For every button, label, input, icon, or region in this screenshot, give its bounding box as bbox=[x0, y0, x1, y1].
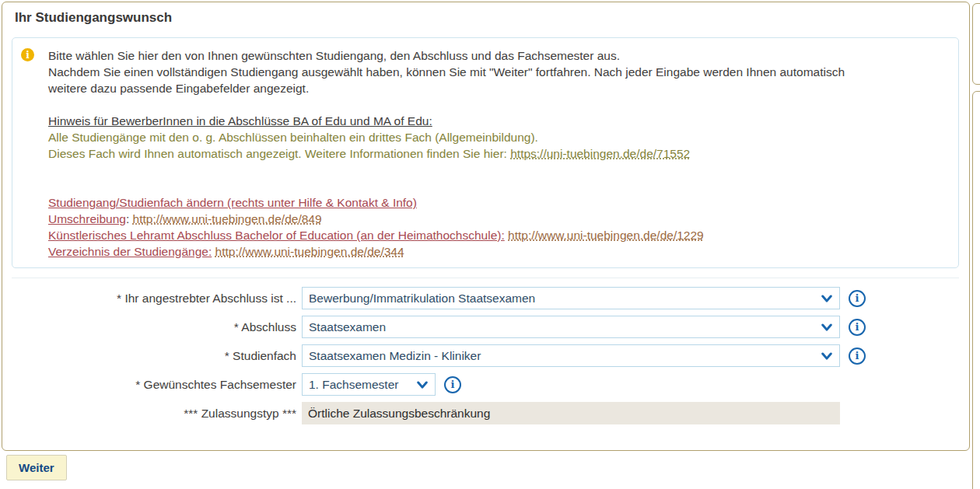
abschluss-selected-value: Staatsexamen bbox=[309, 320, 386, 334]
kuenstlerisches-lehramt-link[interactable]: Künstlerisches Lehramt Abschluss Bachelo… bbox=[48, 229, 505, 242]
abschluss-ziel-selected-value: Bewerbung/Immatrikulation Staatsexamen bbox=[309, 292, 535, 306]
umschreibung-link[interactable]: Umschreibung bbox=[48, 212, 126, 225]
hinweis-line1: Alle Studiengänge mit den o. g. Abschlüs… bbox=[48, 129, 947, 145]
link-line-change-course: Studiengang/Studienfach ändern (rechts u… bbox=[48, 194, 947, 211]
hinweis-heading: Hinweis für BewerberInnen in die Abschlü… bbox=[48, 113, 947, 129]
fachsemester-select[interactable]: 1. Fachsemester bbox=[302, 373, 436, 396]
page-title: Ihr Studiengangswunsch bbox=[15, 10, 172, 26]
verzeichnis-url-link[interactable]: http://www.uni-tuebingen.de/de/344 bbox=[215, 245, 404, 258]
fachsemester-label: * Gewünschtes Fachsemester bbox=[2, 378, 302, 392]
section-divider bbox=[12, 278, 959, 278]
zulassungstyp-value: Örtliche Zulassungsbeschränkung bbox=[308, 407, 490, 421]
abschluss-ziel-label: * Ihr angestrebter Abschluss ist ... bbox=[2, 292, 302, 306]
hinweis-line2: Dieses Fach wird Ihnen automatisch angez… bbox=[48, 145, 947, 162]
notice-paragraph: Bitte wählen Sie hier den von Ihnen gewü… bbox=[48, 47, 947, 96]
right-sidebar-fragment-top bbox=[972, 3, 980, 85]
abschluss-label: * Abschluss bbox=[2, 320, 302, 334]
link-separator: : bbox=[126, 212, 133, 225]
chevron-down-icon bbox=[821, 295, 832, 303]
study-wish-panel: Ihr Studiengangswunsch i Bitte wählen Si… bbox=[2, 2, 970, 451]
hinweis-line2-text: Dieses Fach wird Ihnen automatisch angez… bbox=[48, 147, 510, 160]
notice-content: Bitte wählen Sie hier den von Ihnen gewü… bbox=[48, 47, 947, 260]
form-row-abschluss: * Abschluss Staatsexamen i bbox=[2, 316, 969, 338]
studienfach-select[interactable]: Staatsexamen Medizin - Kliniker bbox=[302, 344, 840, 367]
links-block: Studiengang/Studienfach ändern (rechts u… bbox=[48, 194, 947, 260]
chevron-down-icon bbox=[821, 323, 832, 332]
link-line-kuenstlerisches-lehramt: Künstlerisches Lehramt Abschluss Bachelo… bbox=[48, 227, 947, 243]
zulassungstyp-readonly-field: Örtliche Zulassungsbeschränkung bbox=[302, 402, 840, 424]
form-row-abschluss-ziel: * Ihr angestrebter Abschluss ist ... Bew… bbox=[2, 287, 969, 309]
verzeichnis-link[interactable]: Verzeichnis der Studiengänge: bbox=[48, 245, 212, 258]
form-row-zulassungstyp: *** Zulassungstyp *** Örtliche Zulassung… bbox=[2, 402, 969, 424]
studienfach-label: * Studienfach bbox=[2, 349, 302, 363]
chevron-down-icon bbox=[417, 381, 428, 389]
course-selection-form: * Ihr angestrebter Abschluss ist ... Bew… bbox=[2, 287, 969, 431]
link-line-umschreibung: Umschreibung: http://www.uni-tuebingen.d… bbox=[48, 211, 947, 227]
abschluss-ziel-select[interactable]: Bewerbung/Immatrikulation Staatsexamen bbox=[302, 287, 840, 309]
abschluss-select[interactable]: Staatsexamen bbox=[302, 316, 840, 338]
info-icon[interactable]: i bbox=[849, 348, 866, 365]
kuenstlerisches-lehramt-url-link[interactable]: http://www.uni-tuebingen.de/de/1229 bbox=[508, 229, 704, 242]
change-course-link[interactable]: Studiengang/Studienfach ändern (rechts u… bbox=[48, 196, 417, 209]
form-row-studienfach: * Studienfach Staatsexamen Medizin - Kli… bbox=[2, 344, 969, 367]
umschreibung-url-link[interactable]: http://www.uni-tuebingen.de/de/849 bbox=[133, 212, 322, 225]
weiter-button[interactable]: Weiter bbox=[6, 455, 67, 480]
form-row-fachsemester: * Gewünschtes Fachsemester 1. Fachsemest… bbox=[2, 373, 969, 396]
warning-info-icon: i bbox=[21, 48, 34, 61]
notice-box: i Bitte wählen Sie hier den von Ihnen ge… bbox=[12, 37, 959, 268]
hinweis-info-link[interactable]: https://uni-tuebingen.de/de/71552 bbox=[510, 147, 690, 160]
right-sidebar-fragment-bottom bbox=[972, 91, 980, 489]
zulassungstyp-label: *** Zulassungstyp *** bbox=[2, 407, 302, 421]
fachsemester-selected-value: 1. Fachsemester bbox=[309, 378, 398, 392]
info-icon[interactable]: i bbox=[849, 290, 866, 307]
info-icon[interactable]: i bbox=[444, 376, 461, 393]
studienfach-selected-value: Staatsexamen Medizin - Kliniker bbox=[309, 349, 481, 363]
link-line-verzeichnis: Verzeichnis der Studiengänge: http://www… bbox=[48, 243, 947, 260]
info-icon[interactable]: i bbox=[849, 319, 866, 336]
chevron-down-icon bbox=[821, 352, 832, 361]
